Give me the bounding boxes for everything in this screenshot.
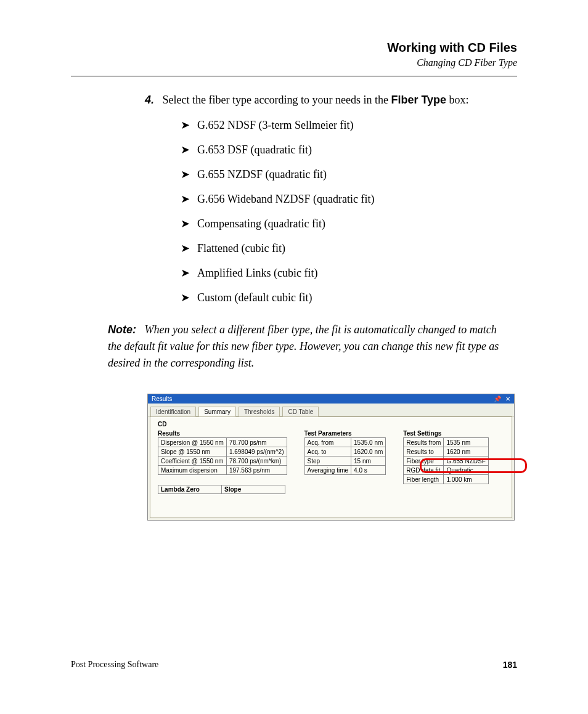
list-item: G.653 DSF (quadratic fit) (181, 143, 517, 156)
table-row: Results to1620 nm (404, 447, 488, 456)
panel-tabs: Identification Summary Thresholds CD Tab… (148, 404, 514, 416)
lambda-table: Lambda ZeroSlope (158, 485, 285, 494)
list-item: Compensating (quadratic fit) (181, 217, 517, 230)
list-item: Amplified Links (cubic fit) (181, 266, 517, 280)
step-4: 4. Select the fiber type according to yo… (145, 92, 517, 107)
table-row: Acq. to1620.0 nm (304, 447, 386, 456)
list-item: Flattened (cubic fit) (181, 241, 517, 255)
table-row: RGD data fitQuadratic (404, 466, 488, 475)
table-row: Averaging time4.0 s (304, 466, 386, 475)
fiber-type-list: G.652 NDSF (3-term Sellmeier fit) G.653 … (181, 118, 517, 304)
page-header-title: Working with CD Files (71, 41, 517, 55)
list-item: Custom (default cubic fit) (181, 291, 517, 304)
step-text-pre: Select the fiber type according to your … (163, 94, 391, 106)
page-footer: Post Processing Software 181 (71, 660, 517, 670)
note-label: Note: (108, 323, 136, 336)
step-text-post: box: (446, 94, 469, 106)
panel-body[interactable]: CD Results Dispersion @ 1550 nm78.700 ps… (150, 416, 512, 518)
table-row: Acq. from1535.0 nm (304, 438, 386, 447)
table-row: Slope @ 1550 nm1.698049 ps/(nm^2) (158, 447, 287, 456)
results-column: Results Dispersion @ 1550 nm78.700 ps/nm… (158, 430, 287, 494)
list-item: G.655 NZDSF (quadratic fit) (181, 168, 517, 181)
pin-icon[interactable]: 📌 (494, 396, 501, 402)
results-heading: Results (158, 430, 287, 437)
list-item: G.652 NDSF (3-term Sellmeier fit) (181, 118, 517, 132)
note-block: Note: When you select a different fiber … (108, 322, 517, 371)
step-text-bold: Fiber Type (391, 94, 446, 106)
section-cd-label: CD (158, 421, 512, 428)
tab-cd-table[interactable]: CD Table (282, 407, 319, 416)
list-item: G.656 Wideband NZDSF (quadratic fit) (181, 192, 517, 206)
test-settings-table: Results from1535 nm Results to1620 nm Fi… (403, 437, 488, 484)
table-row: Results from1535 nm (404, 438, 488, 447)
table-row: Fiber length1.000 km (404, 475, 488, 484)
table-row: Maximum dispersion197.563 ps/nm (158, 466, 287, 475)
note-body: When you select a different fiber type, … (108, 323, 499, 369)
test-params-column: Test Parameters Acq. from1535.0 nm Acq. … (304, 430, 386, 475)
table-row: Fiber typeG.655 NZDSF (404, 456, 488, 466)
table-row: Coefficient @ 1550 nm78.700 ps/(nm*km) (158, 456, 287, 466)
results-table: Dispersion @ 1550 nm78.700 ps/nm Slope @… (158, 437, 287, 475)
footer-page-number: 181 (503, 660, 517, 670)
header-rule (71, 76, 517, 76)
footer-product: Post Processing Software (71, 660, 158, 670)
test-params-table: Acq. from1535.0 nm Acq. to1620.0 nm Step… (304, 437, 386, 475)
step-number: 4. (145, 94, 154, 106)
panel-titlebar: Results 📌 ✕ (148, 394, 514, 404)
tab-identification[interactable]: Identification (150, 407, 196, 416)
test-settings-heading: Test Settings (403, 430, 488, 437)
table-row: Step15 nm (304, 456, 386, 466)
close-icon[interactable]: ✕ (505, 396, 510, 402)
page-header-subtitle: Changing CD Fiber Type (71, 57, 517, 68)
panel-title: Results (152, 396, 172, 402)
results-panel: Results 📌 ✕ Identification Summary Thres… (147, 394, 515, 521)
test-settings-column: Test Settings Results from1535 nm Result… (403, 430, 488, 484)
test-params-heading: Test Parameters (304, 430, 386, 437)
tab-thresholds[interactable]: Thresholds (239, 407, 280, 416)
tab-summary[interactable]: Summary (198, 407, 236, 416)
table-row: Dispersion @ 1550 nm78.700 ps/nm (158, 438, 287, 447)
